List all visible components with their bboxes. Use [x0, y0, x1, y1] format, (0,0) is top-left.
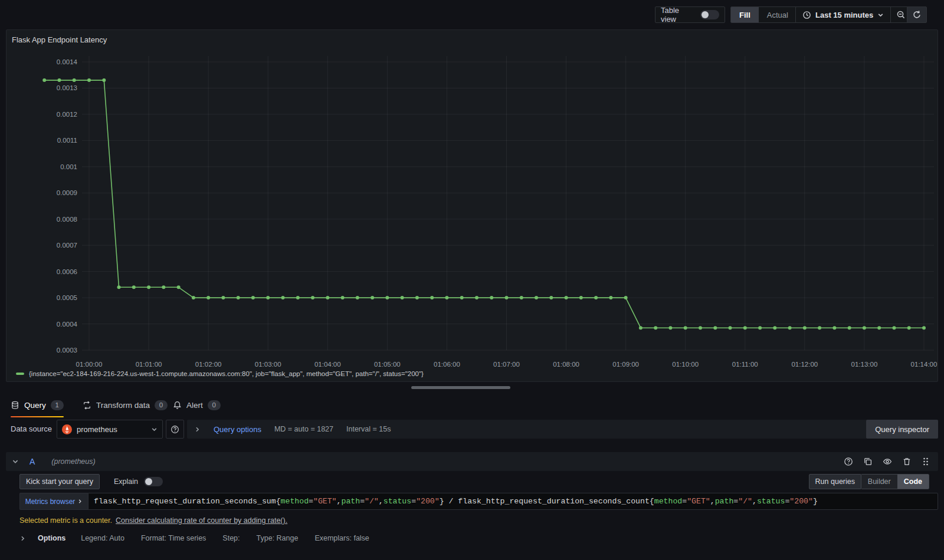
chevron-down-icon — [151, 426, 158, 433]
duplicate-query-icon[interactable] — [863, 457, 873, 466]
query-options-link[interactable]: Query options — [214, 425, 261, 434]
promql-label-token: path — [341, 497, 360, 506]
promql-token: flask_http_request_duration_seconds_sum{ — [94, 497, 281, 506]
latency-data-point — [832, 326, 836, 330]
chevron-right-icon[interactable] — [194, 426, 201, 433]
latency-data-point — [907, 326, 911, 330]
latency-data-point — [818, 326, 821, 330]
latency-data-point — [401, 296, 404, 299]
toggle-knob — [145, 478, 152, 485]
code-mode-option[interactable]: Code — [897, 475, 929, 489]
delete-query-icon[interactable] — [902, 457, 912, 466]
table-view-control: Table view — [655, 6, 725, 23]
y-axis-label: 0.0013 — [57, 84, 77, 91]
x-axis-label: 01:09:00 — [612, 361, 639, 368]
kick-start-button[interactable]: Kick start your query — [19, 474, 100, 489]
warning-hint-link[interactable]: Consider calculating rate of counter by … — [116, 516, 287, 525]
explain-label: Explain — [114, 477, 138, 486]
promql-string-token: "GET" — [313, 497, 337, 506]
latency-panel: Flask App Endpoint Latency 0.00140.00130… — [6, 29, 938, 382]
latency-data-point — [162, 285, 165, 289]
latency-data-point — [132, 285, 136, 289]
latency-data-point — [281, 296, 285, 299]
promql-label-token: status — [757, 497, 785, 506]
latency-series-line — [44, 80, 924, 328]
chevron-right-icon[interactable] — [19, 535, 26, 542]
latency-data-point — [684, 326, 687, 330]
query-ref-id[interactable]: A — [30, 457, 35, 466]
promql-token: = — [733, 497, 738, 506]
latency-data-point — [758, 326, 762, 330]
latency-data-point — [729, 326, 732, 330]
latency-data-point — [565, 296, 568, 299]
promql-token: , — [379, 497, 384, 506]
horizontal-scrollbar[interactable] — [411, 386, 510, 389]
query-editor-toolbar: Kick start your query Explain Run querie… — [19, 473, 938, 490]
legend-series-color — [16, 373, 24, 375]
tab-transform-data[interactable]: Transform data 0 — [83, 395, 168, 415]
query-input-row: Metrics browser flask_http_request_durat… — [19, 493, 938, 510]
latency-data-point — [87, 78, 91, 82]
run-queries-button[interactable]: Run queries — [809, 474, 861, 489]
latency-data-point — [296, 296, 300, 299]
options-label[interactable]: Options — [38, 534, 65, 542]
query-help-icon[interactable] — [844, 457, 853, 466]
editor-mode-switch: Builder Code — [861, 474, 929, 489]
metrics-browser-button[interactable]: Metrics browser — [19, 493, 88, 510]
x-axis-label: 01:05:00 — [374, 361, 401, 368]
actual-option[interactable]: Actual — [759, 7, 796, 22]
latency-data-point — [102, 78, 106, 82]
datasource-help-button[interactable] — [166, 420, 184, 439]
latency-data-point — [192, 296, 195, 299]
promql-token: = — [682, 497, 687, 506]
latency-data-point — [922, 326, 926, 330]
latency-chart: 0.00140.00130.00120.00110.0010.00090.000… — [6, 47, 939, 377]
table-view-label: Table view — [661, 6, 695, 24]
tab-query[interactable]: Query 1 — [11, 395, 64, 415]
chart-legend[interactable]: {instance="ec2-184-169-216-224.us-west-1… — [16, 370, 424, 377]
y-axis-label: 0.0006 — [57, 268, 77, 275]
drag-handle-icon[interactable] — [922, 457, 930, 466]
datasource-select[interactable]: prometheus — [57, 420, 163, 439]
x-axis-label: 01:14:00 — [911, 361, 938, 368]
latency-data-point — [520, 296, 523, 299]
promql-token: = — [360, 497, 365, 506]
latency-data-point — [206, 296, 210, 299]
toggle-knob — [702, 11, 709, 18]
y-axis-label: 0.0007 — [57, 242, 77, 249]
refresh-button[interactable] — [907, 6, 927, 23]
latency-data-point — [624, 296, 628, 299]
x-axis-label: 01:03:00 — [255, 361, 281, 368]
latency-data-point — [266, 296, 270, 299]
latency-data-point — [893, 326, 896, 330]
y-axis-label: 0.0003 — [57, 347, 77, 354]
y-axis-label: 0.0012 — [57, 111, 77, 118]
active-tab-underline — [11, 416, 64, 417]
latency-data-point — [341, 296, 345, 299]
query-option-item: Legend: Auto — [81, 534, 124, 542]
explain-toggle[interactable] — [144, 477, 163, 486]
legend-series-label: {instance="ec2-184-169-216-224.us-west-1… — [29, 370, 424, 377]
metrics-browser-label: Metrics browser — [25, 498, 76, 506]
table-view-toggle[interactable] — [700, 10, 719, 19]
latency-data-point — [579, 296, 583, 299]
promql-string-token: "200" — [789, 497, 813, 506]
time-range-label: Last 15 minutes — [815, 11, 873, 19]
latency-data-point — [848, 326, 851, 330]
fill-option[interactable]: Fill — [731, 7, 759, 22]
query-options-row: Options Legend: AutoFormat: Time seriesS… — [19, 531, 938, 546]
time-range-button[interactable]: Last 15 minutes — [796, 7, 890, 22]
promql-string-token: "200" — [416, 497, 440, 506]
tab-alert[interactable]: Alert 0 — [173, 395, 221, 415]
latency-data-point — [475, 296, 478, 299]
collapse-query-icon[interactable] — [12, 458, 19, 465]
promql-label-token: path — [715, 497, 734, 506]
y-axis-label: 0.0005 — [57, 294, 77, 301]
builder-mode-option[interactable]: Builder — [861, 475, 897, 489]
fill-actual-switch: Fill Actual — [730, 6, 797, 23]
tab-transform-label: Transform data — [96, 401, 150, 410]
query-row-header: A (prometheus) — [6, 452, 938, 471]
promql-query-input[interactable]: flask_http_request_duration_seconds_sum{… — [88, 493, 938, 510]
query-inspector-button[interactable]: Query inspector — [866, 420, 938, 439]
hide-query-icon[interactable] — [883, 457, 892, 466]
